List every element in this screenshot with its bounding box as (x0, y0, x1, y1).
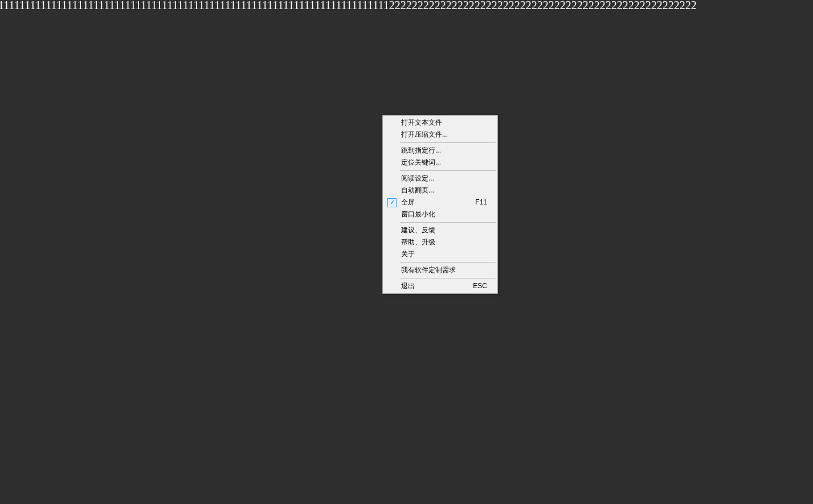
menu-label: 阅读设定... (399, 173, 495, 185)
menu-exit[interactable]: 退出 ESC (384, 280, 496, 292)
menu-shortcut: ESC (473, 280, 495, 292)
menu-separator (400, 262, 496, 263)
menu-fullscreen[interactable]: ✓ 全屏 F11 (384, 196, 496, 208)
menu-about[interactable]: 关于 (384, 248, 496, 260)
context-menu: 打开文本文件 打开压缩文件... 跳到指定行... 定位关键词... 阅读设定.… (382, 115, 498, 294)
menu-custom-dev-request[interactable]: 我有软件定制需求 (384, 264, 496, 276)
menu-read-settings[interactable]: 阅读设定... (384, 173, 496, 185)
text-content-line: 1111111111111111111111111111111111111111… (0, 0, 697, 12)
menu-separator (400, 142, 496, 143)
menu-open-text-file[interactable]: 打开文本文件 (384, 117, 496, 129)
menu-help-upgrade[interactable]: 帮助、升级 (384, 236, 496, 248)
menu-goto-line[interactable]: 跳到指定行... (384, 145, 496, 157)
menu-label: 打开文本文件 (399, 117, 495, 129)
menu-label: 退出 (399, 280, 473, 292)
menu-feedback[interactable]: 建议、反馈 (384, 224, 496, 236)
menu-separator (400, 278, 496, 278)
menu-find-keyword[interactable]: 定位关键词... (384, 157, 496, 169)
menu-label: 定位关键词... (399, 157, 495, 169)
menu-separator (400, 222, 496, 223)
menu-label: 关于 (399, 248, 495, 260)
menu-auto-page[interactable]: 自动翻页... (384, 185, 496, 196)
menu-label: 我有软件定制需求 (399, 264, 495, 276)
menu-label: 跳到指定行... (399, 145, 495, 157)
check-icon: ✓ (385, 198, 399, 207)
menu-shortcut: F11 (475, 196, 495, 208)
menu-separator (400, 170, 496, 171)
menu-label: 建议、反馈 (399, 224, 495, 236)
menu-label: 窗口最小化 (399, 208, 495, 220)
menu-label: 自动翻页... (399, 185, 495, 196)
menu-minimize-window[interactable]: 窗口最小化 (384, 208, 496, 220)
checkmark-icon: ✓ (387, 198, 397, 207)
menu-label: 全屏 (399, 196, 475, 208)
menu-label: 帮助、升级 (399, 236, 495, 248)
menu-label: 打开压缩文件... (399, 129, 495, 141)
menu-open-archive-file[interactable]: 打开压缩文件... (384, 129, 496, 141)
